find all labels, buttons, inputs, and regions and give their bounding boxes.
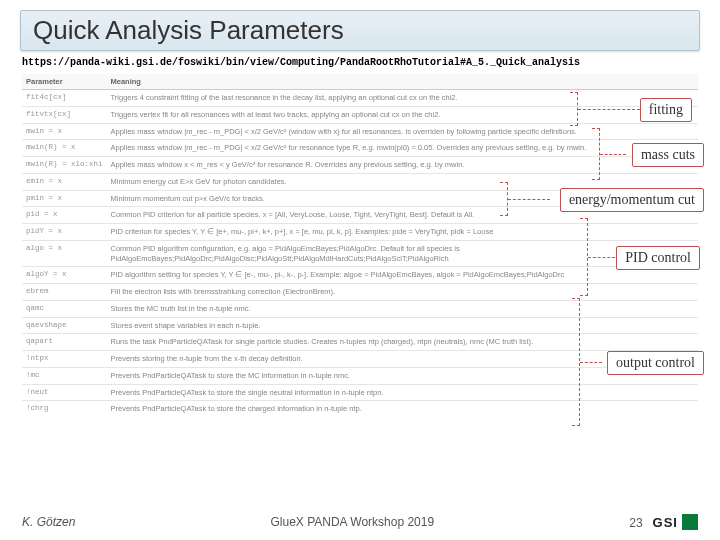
table-row: algoY = xPID algorithm setting for speci…: [22, 267, 698, 284]
page-number: 23: [629, 516, 642, 530]
param-cell: algoY = x: [22, 267, 107, 284]
table-row: pidY = xPID criterion for species Y, Y ∈…: [22, 224, 698, 241]
bracket-pid: [580, 218, 588, 296]
table-row: fit4c[cx]Triggers 4 constraint fitting o…: [22, 90, 698, 107]
param-cell: qapart: [22, 334, 107, 351]
gsi-logo-text: GSI: [653, 515, 678, 530]
meaning-cell: Applies mass window |m_rec - m_PDG| < x/…: [107, 123, 698, 140]
meaning-cell: Fill the electron lists with bremsstrahl…: [107, 284, 698, 301]
wiki-url: https://panda-wiki.gsi.de/foswiki/bin/vi…: [22, 57, 698, 68]
param-cell: fitvtx[cx]: [22, 106, 107, 123]
leader-energy: [508, 199, 550, 200]
leader-mass: [600, 154, 626, 155]
param-cell: mwin(R) = x: [22, 140, 107, 157]
meaning-cell: Prevents PndParticleQATask to store the …: [107, 384, 698, 401]
gsi-logo: GSI: [653, 514, 698, 530]
table-row: !ntpxPrevents storing the n-tuple from t…: [22, 351, 698, 368]
param-cell: !chrg: [22, 401, 107, 417]
footer: K. Götzen GlueX PANDA Workshop 2019 23 G…: [0, 514, 720, 530]
table-row: qamcStores the MC truth list in the n-tu…: [22, 300, 698, 317]
gsi-logo-box: [682, 514, 698, 530]
meaning-cell: Runs the task PndParticleQATask for sing…: [107, 334, 698, 351]
footer-event: GlueX PANDA Workshop 2019: [270, 515, 434, 529]
title-bar: Quick Analysis Parameters: [20, 10, 700, 51]
callout-fitting: fitting: [640, 98, 692, 122]
bracket-output: [572, 298, 580, 426]
meaning-cell: PID algorithm setting for species Y, Y ∈…: [107, 267, 698, 284]
table-row: qaevshapeStores event shape variables in…: [22, 317, 698, 334]
param-cell: mwin = x: [22, 123, 107, 140]
bracket-mass: [592, 128, 600, 180]
col-parameter: Parameter: [22, 74, 107, 90]
meaning-cell: Stores event shape variables in each n-t…: [107, 317, 698, 334]
table-row: qapartRuns the task PndParticleQATask fo…: [22, 334, 698, 351]
meaning-cell: Common PID algorithm configuration, e.g.…: [107, 240, 698, 267]
table-row: !neutPrevents PndParticleQATask to store…: [22, 384, 698, 401]
col-meaning: Meaning: [107, 74, 698, 90]
leader-fitting: [578, 109, 640, 110]
slide-title: Quick Analysis Parameters: [33, 15, 687, 46]
param-cell: pid = x: [22, 207, 107, 224]
meaning-cell: Stores the MC truth list in the n-tuple …: [107, 300, 698, 317]
bracket-fitting: [570, 92, 578, 126]
footer-author: K. Götzen: [22, 515, 75, 529]
param-cell: pidY = x: [22, 224, 107, 241]
bracket-energy: [500, 182, 508, 216]
param-cell: qamc: [22, 300, 107, 317]
param-cell: !ntpx: [22, 351, 107, 368]
meaning-cell: Triggers 4 constraint fitting of the las…: [107, 90, 698, 107]
footer-right: 23 GSI: [629, 514, 698, 530]
table-row: algo = xCommon PID algorithm configurati…: [22, 240, 698, 267]
param-cell: ebrem: [22, 284, 107, 301]
param-cell: pmin = x: [22, 190, 107, 207]
param-cell: qaevshape: [22, 317, 107, 334]
table-row: ebremFill the electron lists with bremss…: [22, 284, 698, 301]
callout-energy: energy/momentum cut: [560, 188, 704, 212]
param-cell: !mc: [22, 367, 107, 384]
callout-pid: PID control: [616, 246, 700, 270]
table-row: !mcPrevents PndParticleQATask to store t…: [22, 367, 698, 384]
param-cell: fit4c[cx]: [22, 90, 107, 107]
meaning-cell: Prevents PndParticleQATask to store the …: [107, 401, 698, 417]
table-row: !chrgPrevents PndParticleQATask to store…: [22, 401, 698, 417]
callout-mass: mass cuts: [632, 143, 704, 167]
meaning-cell: PID criterion for species Y, Y ∈ [e+, mu…: [107, 224, 698, 241]
param-cell: mwin(R) = xlo:xhi: [22, 157, 107, 174]
parameters-table: Parameter Meaning fit4c[cx]Triggers 4 co…: [22, 74, 698, 417]
param-cell: emin = x: [22, 173, 107, 190]
meaning-cell: Applies mass window x < m_res < y GeV/c²…: [107, 157, 698, 174]
callout-output: output control: [607, 351, 704, 375]
parameters-table-wrap: Parameter Meaning fit4c[cx]Triggers 4 co…: [22, 74, 698, 417]
leader-output: [580, 362, 602, 363]
param-cell: !neut: [22, 384, 107, 401]
param-cell: algo = x: [22, 240, 107, 267]
leader-pid: [588, 257, 620, 258]
